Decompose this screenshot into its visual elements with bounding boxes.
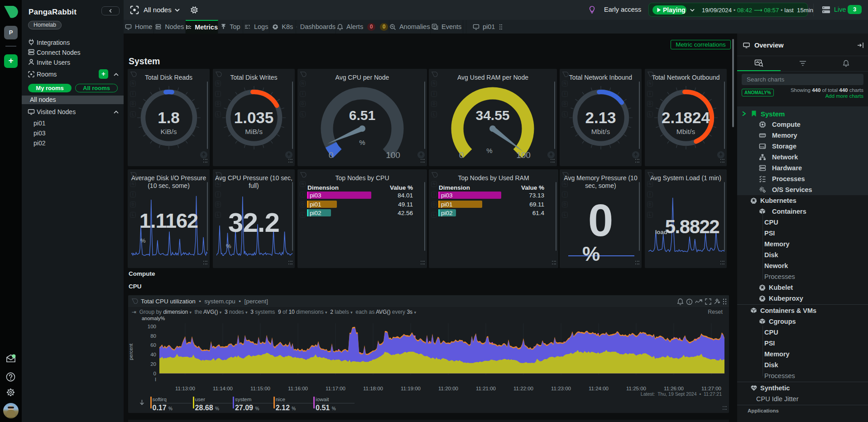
svg-text:40: 40 <box>150 352 156 357</box>
svg-text:11:16:00: 11:16:00 <box>288 386 308 391</box>
svg-text:11:24:00: 11:24:00 <box>589 386 609 391</box>
svg-text:11:27:00: 11:27:00 <box>701 386 721 391</box>
svg-text:11:26:00: 11:26:00 <box>664 386 684 391</box>
svg-text:34.55: 34.55 <box>475 108 509 123</box>
svg-text:100: 100 <box>148 324 156 329</box>
svg-text:11:22:00: 11:22:00 <box>513 386 533 391</box>
svg-text:11:20:00: 11:20:00 <box>438 386 458 391</box>
svg-text:0: 0 <box>459 150 464 160</box>
svg-text:11:19:00: 11:19:00 <box>401 386 421 391</box>
svg-text:11:23:00: 11:23:00 <box>551 386 571 391</box>
svg-text:0: 0 <box>329 150 334 160</box>
svg-text:11:13:00: 11:13:00 <box>175 386 195 391</box>
svg-text:6.51: 6.51 <box>349 108 375 123</box>
svg-text:percent: percent <box>128 344 134 360</box>
svg-text:11:15:00: 11:15:00 <box>250 386 270 391</box>
svg-text:11:14:00: 11:14:00 <box>213 386 233 391</box>
svg-text:11:17:00: 11:17:00 <box>326 386 345 391</box>
svg-text:60: 60 <box>150 342 156 348</box>
svg-text:anomaly%: anomaly% <box>142 316 165 321</box>
svg-text:80: 80 <box>150 333 156 339</box>
svg-text:20: 20 <box>150 361 156 367</box>
svg-text:11:25:00: 11:25:00 <box>626 386 646 391</box>
svg-text:%: % <box>359 139 365 146</box>
svg-text:11:21:00: 11:21:00 <box>476 386 496 391</box>
svg-text:100: 100 <box>386 150 400 160</box>
svg-text:0: 0 <box>153 371 156 376</box>
svg-text:11:18:00: 11:18:00 <box>363 386 383 391</box>
svg-text:%: % <box>486 147 492 154</box>
svg-text:100: 100 <box>516 150 531 160</box>
svg-text:I: I <box>155 377 156 382</box>
